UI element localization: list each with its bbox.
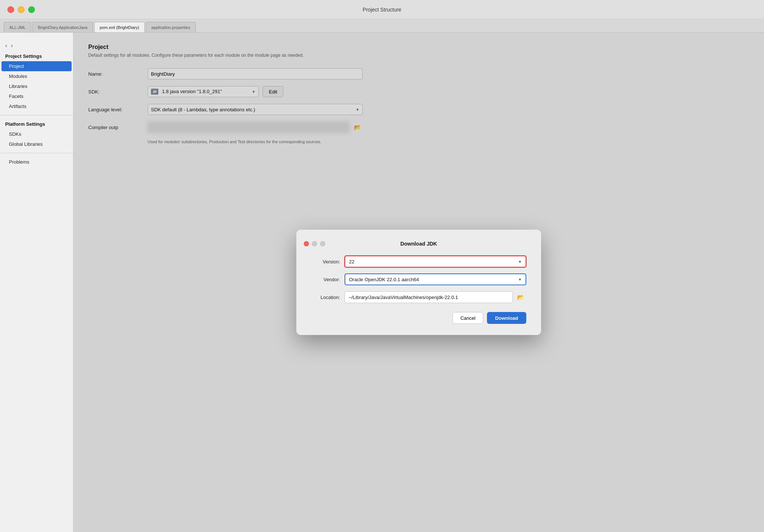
modal-actions: Cancel Download — [296, 312, 541, 324]
sidebar-divider — [0, 115, 73, 115]
content-area: Project Default settings for all modules… — [73, 33, 764, 532]
modal-maximize-button[interactable] — [320, 241, 325, 246]
close-button[interactable] — [7, 6, 14, 13]
title-bar: Project Structure — [0, 0, 764, 19]
sidebar-item-problems[interactable]: Problems — [0, 157, 73, 167]
tab-bar: ALL-JML BrightDiary.ApplicationJava pom.… — [0, 19, 764, 33]
sidebar-item-project[interactable]: Project — [1, 61, 72, 71]
modal-version-label: Version: — [311, 259, 345, 265]
modal-title-bar: Download JDK — [296, 241, 541, 247]
modal-vendor-label: Vendor: — [311, 277, 345, 282]
modal-location-field: ~/Library/Java/JavaVirtualMachines/openj… — [345, 291, 526, 303]
minimize-button[interactable] — [18, 6, 24, 13]
modal-location-input[interactable]: ~/Library/Java/JavaVirtualMachines/openj… — [345, 291, 513, 303]
maximize-button[interactable] — [28, 6, 35, 13]
sidebar-item-libraries[interactable]: Libraries — [0, 81, 73, 91]
sidebar: ‹ › Project Settings Project Modules Lib… — [0, 33, 73, 532]
modal-location-folder-icon[interactable]: 📂 — [515, 292, 526, 303]
main-layout: ‹ › Project Settings Project Modules Lib… — [0, 33, 764, 532]
tab-pom[interactable]: pom.xml (BrightDiary) — [94, 22, 145, 32]
modal-version-field: 22 ▼ — [345, 256, 526, 267]
sidebar-item-artifacts[interactable]: Artifacts — [0, 101, 73, 111]
modal-version-select[interactable]: 22 ▼ — [345, 256, 526, 267]
modal-version-row: Version: 22 ▼ — [311, 256, 526, 267]
project-settings-heading: Project Settings — [0, 51, 73, 61]
modal-vendor-field: Oracle OpenJDK 22.0.1 aarch64 ▼ — [345, 273, 526, 285]
nav-back-icon[interactable]: ‹ — [5, 42, 7, 49]
modal-vendor-chevron-icon: ▼ — [518, 278, 522, 282]
tab-properties[interactable]: application.properties — [146, 22, 196, 32]
sidebar-item-facets[interactable]: Facets — [0, 91, 73, 101]
modal-vendor-select[interactable]: Oracle OpenJDK 22.0.1 aarch64 ▼ — [345, 273, 526, 285]
tab-all[interactable]: ALL-JML — [4, 22, 31, 32]
sidebar-divider-2 — [0, 153, 73, 153]
window-title: Project Structure — [363, 7, 401, 13]
modal-location-row: Location: ~/Library/Java/JavaVirtualMach… — [311, 291, 526, 303]
modal-close-button[interactable] — [304, 241, 309, 246]
download-jdk-dialog: Download JDK Version: 22 ▼ — [296, 230, 541, 335]
cancel-button[interactable]: Cancel — [452, 312, 483, 324]
title-bar-controls — [7, 6, 35, 13]
modal-minimize-button[interactable] — [312, 241, 317, 246]
modal-title: Download JDK — [401, 241, 437, 247]
modal-location-label: Location: — [311, 295, 345, 300]
tab-brightdiary[interactable]: BrightDiary.ApplicationJava — [32, 22, 93, 32]
modal-body: Version: 22 ▼ Vendor: — [296, 256, 541, 303]
sidebar-item-global-libraries[interactable]: Global Libraries — [0, 139, 73, 149]
platform-settings-heading: Platform Settings — [0, 119, 73, 129]
sidebar-item-sdks[interactable]: SDKs — [0, 129, 73, 139]
modal-traffic-lights — [304, 241, 325, 246]
nav-forward-icon[interactable]: › — [11, 42, 13, 49]
nav-arrows: ‹ › — [0, 40, 73, 51]
modal-vendor-row: Vendor: Oracle OpenJDK 22.0.1 aarch64 ▼ — [311, 273, 526, 285]
download-button[interactable]: Download — [487, 312, 526, 324]
modal-overlay: Download JDK Version: 22 ▼ — [73, 33, 764, 532]
modal-version-chevron-icon: ▼ — [518, 260, 522, 264]
sidebar-item-modules[interactable]: Modules — [0, 71, 73, 81]
